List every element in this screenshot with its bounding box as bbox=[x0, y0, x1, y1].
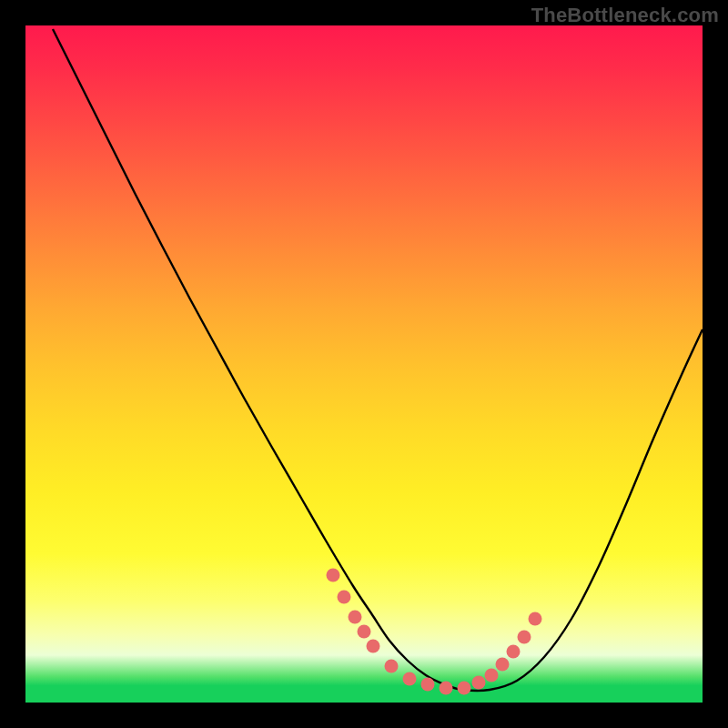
curve-marker bbox=[367, 640, 380, 653]
curve-marker bbox=[518, 631, 531, 644]
curve-markers bbox=[327, 569, 542, 695]
chart-frame: TheBottleneck.com bbox=[0, 0, 728, 728]
watermark-text: TheBottleneck.com bbox=[531, 4, 719, 27]
bottleneck-curve bbox=[53, 29, 703, 691]
curve-marker bbox=[507, 645, 521, 659]
plot-area bbox=[25, 25, 703, 703]
chart-overlay bbox=[25, 25, 703, 703]
curve-marker bbox=[472, 676, 486, 690]
curve-marker bbox=[529, 612, 542, 626]
curve-marker bbox=[385, 660, 399, 673]
curve-marker bbox=[349, 611, 362, 624]
curve-marker bbox=[327, 569, 340, 582]
curve-marker bbox=[485, 669, 499, 682]
curve-marker bbox=[403, 672, 417, 686]
curve-marker bbox=[358, 625, 371, 639]
curve-marker bbox=[421, 678, 435, 692]
curve-marker bbox=[496, 658, 510, 672]
curve-marker bbox=[440, 682, 453, 695]
curve-marker bbox=[338, 591, 351, 604]
curve-marker bbox=[458, 682, 471, 695]
